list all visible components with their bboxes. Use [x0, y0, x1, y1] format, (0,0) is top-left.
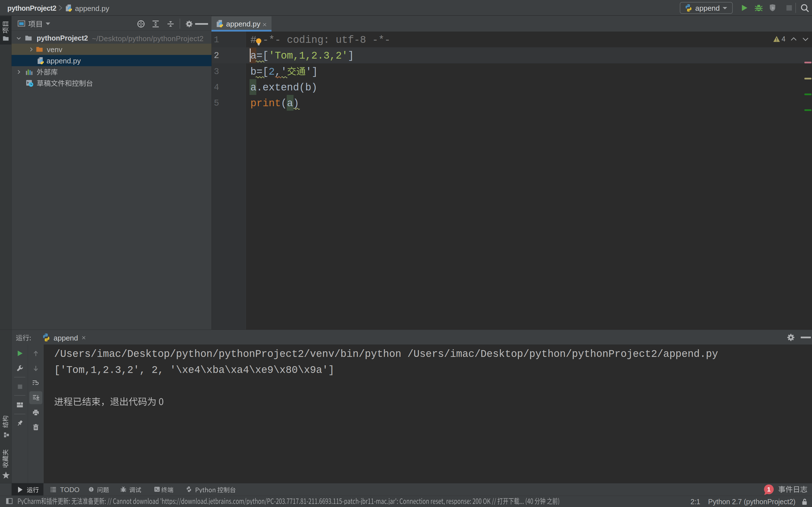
svg-text:1: 1 [767, 486, 771, 493]
